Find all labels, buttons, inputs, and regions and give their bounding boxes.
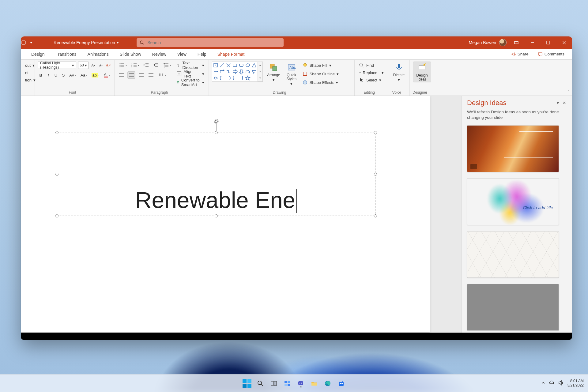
ribbon-display-options[interactable]	[508, 36, 524, 49]
tab-view[interactable]: View	[172, 49, 191, 59]
rotation-handle[interactable]	[213, 118, 219, 124]
char-spacing-button[interactable]: AV▾	[68, 71, 77, 79]
bold-button[interactable]: B	[38, 71, 44, 79]
text-direction-button[interactable]: AText Direction▾	[175, 62, 205, 69]
account-area[interactable]: Megan Bowen	[469, 39, 508, 46]
align-right-button[interactable]	[137, 71, 145, 79]
resize-handle-tm[interactable]	[215, 131, 218, 134]
design-idea-1[interactable]	[467, 125, 559, 172]
search-input[interactable]	[147, 40, 281, 45]
minimize-button[interactable]	[524, 36, 540, 49]
font-color-button[interactable]: A▾	[103, 71, 111, 79]
clock[interactable]: 8:01 AM 3/21/2022	[567, 379, 584, 388]
title-text[interactable]: Renewable Ene	[57, 133, 375, 216]
layout-button[interactable]: out▾	[24, 62, 32, 69]
font-name-combo[interactable]: Calibri Light (Headings)▾	[38, 62, 76, 69]
chevron-down-icon: ▾	[117, 41, 119, 44]
align-left-button[interactable]	[118, 71, 126, 79]
tray-overflow-button[interactable]	[541, 381, 545, 386]
qat-dropdown-icon[interactable]	[28, 39, 34, 46]
store-button[interactable]	[336, 378, 346, 389]
align-center-button[interactable]	[127, 71, 135, 79]
comment-icon	[538, 52, 543, 57]
slide-editor[interactable]: Renewable Ene	[21, 96, 461, 333]
bullets-button[interactable]: ▾	[118, 62, 128, 69]
widgets-button[interactable]	[282, 378, 292, 389]
document-title[interactable]: Renewable Energy Presentation ▾	[36, 40, 137, 45]
resize-handle-tr[interactable]	[374, 131, 377, 134]
tab-help[interactable]: Help	[193, 49, 211, 59]
shapes-gallery-scroll[interactable]: ▴▾▿	[258, 62, 263, 82]
paragraph-dialog-launcher[interactable]	[204, 91, 207, 94]
italic-button[interactable]: I	[46, 71, 51, 79]
taskbar-chat-button[interactable]	[296, 378, 306, 389]
tab-animations[interactable]: Animations	[83, 49, 114, 59]
shapes-gallery[interactable]: A	[212, 62, 258, 82]
onedrive-icon[interactable]	[549, 380, 555, 386]
shape-effects-button[interactable]: Shape Effects▾	[301, 79, 340, 86]
pane-close-button[interactable]: ✕	[561, 100, 568, 105]
font-size-combo[interactable]: 60▾	[78, 62, 89, 69]
convert-smartart-button[interactable]: Convert to SmartArt▾	[175, 79, 205, 86]
section-button[interactable]: tion▾	[24, 76, 32, 84]
comments-button[interactable]: Comments	[534, 51, 568, 58]
title-textbox[interactable]: Renewable Ene	[57, 133, 375, 216]
resize-handle-bl[interactable]	[55, 214, 58, 217]
strikethrough-button[interactable]: S	[61, 71, 66, 79]
task-view-button[interactable]	[269, 378, 279, 389]
change-case-button[interactable]: Aa▾	[79, 71, 89, 79]
tab-transitions[interactable]: Transitions	[51, 49, 81, 59]
resize-handle-tl[interactable]	[55, 131, 58, 134]
justify-button[interactable]	[147, 71, 155, 79]
slide-canvas[interactable]: Renewable Ene	[21, 96, 430, 332]
resize-handle-ml[interactable]	[55, 173, 58, 176]
clear-formatting-button[interactable]: A✕	[105, 62, 111, 69]
numbering-button[interactable]: 123▾	[130, 62, 140, 69]
drawing-dialog-launcher[interactable]	[349, 91, 353, 94]
find-button[interactable]: Find	[358, 62, 385, 69]
volume-icon[interactable]	[558, 380, 564, 386]
shape-fill-button[interactable]: Shape Fill▾	[301, 62, 340, 69]
reset-button[interactable]: et	[24, 69, 32, 76]
arrange-button[interactable]: Arrange▾	[265, 62, 282, 83]
design-ideas-button[interactable]: DesignIdeas	[413, 62, 431, 82]
align-text-button[interactable]: Align Text▾	[175, 70, 205, 77]
grow-font-button[interactable]: A▴	[90, 62, 96, 69]
file-explorer-button[interactable]	[309, 378, 319, 389]
resize-handle-br[interactable]	[374, 214, 377, 217]
design-idea-4[interactable]	[467, 284, 559, 331]
close-button[interactable]	[556, 36, 572, 49]
design-idea-list[interactable]: Click to add title	[462, 123, 572, 333]
underline-button[interactable]: U	[53, 71, 59, 79]
columns-button[interactable]: ▾	[157, 71, 167, 79]
resize-handle-mr[interactable]	[374, 173, 377, 176]
edge-button[interactable]	[322, 378, 333, 389]
font-dialog-launcher[interactable]	[109, 91, 113, 94]
dictate-button[interactable]: Dictate▾	[391, 62, 406, 83]
autosave-icon[interactable]	[21, 39, 26, 46]
select-button[interactable]: Select▾	[358, 76, 385, 84]
collapse-ribbon-button[interactable]: ˄	[567, 89, 570, 94]
decrease-indent-button[interactable]	[142, 62, 150, 69]
highlight-button[interactable]: ab▾	[90, 71, 101, 79]
replace-button[interactable]: Replace▾	[358, 69, 385, 76]
maximize-button[interactable]	[540, 36, 556, 49]
shape-outline-button[interactable]: Shape Outline▾	[301, 70, 340, 77]
shrink-font-button[interactable]: A▾	[98, 62, 104, 69]
increase-indent-button[interactable]	[152, 62, 160, 69]
search-box[interactable]	[137, 38, 284, 47]
quick-styles-button[interactable]: Abc QuickStyles▾	[285, 62, 299, 87]
tab-design[interactable]: Design	[26, 49, 50, 59]
design-idea-3[interactable]	[467, 231, 559, 278]
line-spacing-button[interactable]: ▾	[162, 62, 172, 69]
tab-review[interactable]: Review	[147, 49, 171, 59]
design-idea-2[interactable]: Click to add title	[467, 178, 559, 225]
start-button[interactable]	[242, 378, 252, 389]
tab-shape-format[interactable]: Shape Format	[213, 49, 250, 59]
taskbar-center	[242, 378, 346, 389]
share-button[interactable]: Share	[507, 51, 532, 58]
tab-slide-show[interactable]: Slide Show	[115, 49, 146, 59]
taskbar-search-button[interactable]	[255, 378, 266, 389]
resize-handle-bm[interactable]	[215, 214, 218, 217]
pane-options-button[interactable]: ▾	[554, 100, 561, 105]
